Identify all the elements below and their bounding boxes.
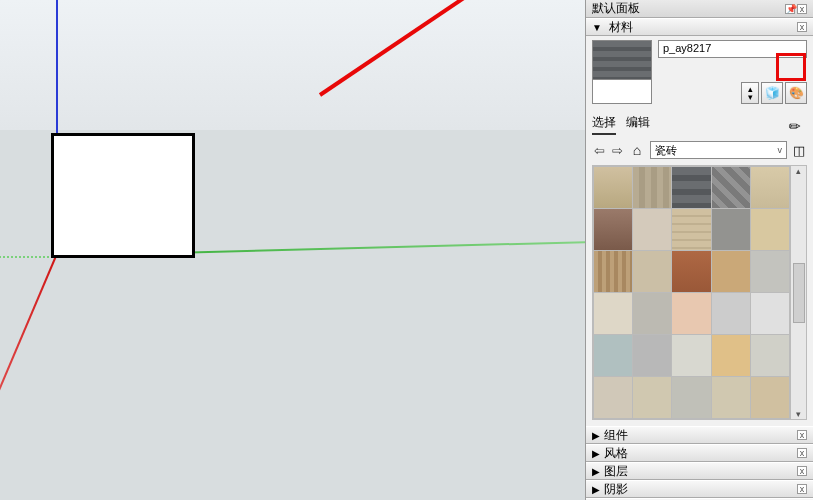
material-swatch[interactable] — [751, 167, 789, 208]
material-swatch[interactable] — [751, 377, 789, 418]
material-swatch[interactable] — [594, 377, 632, 418]
material-swatch[interactable] — [672, 209, 710, 250]
collapse-icon: ▶ — [592, 484, 600, 495]
nav-home-button[interactable]: ⌂ — [628, 142, 646, 158]
material-swatch[interactable] — [672, 293, 710, 334]
material-swatch[interactable] — [672, 167, 710, 208]
section-header-components[interactable]: ▶组件 x — [586, 426, 813, 444]
section-title: 组件 — [604, 428, 628, 442]
collapse-icon: ▶ — [592, 466, 600, 477]
section-close-icon[interactable]: x — [797, 466, 807, 476]
default-material-button[interactable]: 🎨 — [785, 82, 807, 104]
material-swatch[interactable] — [712, 167, 750, 208]
palette-icon: 🎨 — [789, 86, 804, 100]
material-swatch[interactable] — [751, 335, 789, 376]
material-swatch[interactable] — [712, 335, 750, 376]
material-swatch[interactable] — [633, 335, 671, 376]
section-close-icon[interactable]: x — [797, 484, 807, 494]
sky — [0, 0, 585, 130]
library-dropdown-label: 瓷砖 — [655, 143, 677, 158]
section-header-layers[interactable]: ▶图层 x — [586, 462, 813, 480]
tab-select[interactable]: 选择 — [592, 114, 616, 135]
create-material-button[interactable]: 🧊 — [761, 82, 783, 104]
scroll-thumb[interactable] — [793, 263, 805, 323]
section-header-styles[interactable]: ▶风格 x — [586, 444, 813, 462]
section-header-shadows[interactable]: ▶阴影 x — [586, 480, 813, 498]
material-name-input[interactable]: p_ay8217 — [658, 40, 807, 58]
material-swatch[interactable] — [633, 167, 671, 208]
cube-icon: 🧊 — [765, 86, 780, 100]
nav-forward-button[interactable]: ⇨ — [610, 143, 624, 158]
material-swatch[interactable] — [712, 251, 750, 292]
material-swatch[interactable] — [751, 251, 789, 292]
nav-back-button[interactable]: ⇦ — [592, 143, 606, 158]
material-swatch[interactable] — [633, 293, 671, 334]
swatch-scrollbar[interactable]: ▴ ▾ — [791, 165, 807, 420]
tray-title: 默认面板 — [592, 0, 640, 17]
material-swatch[interactable] — [594, 251, 632, 292]
section-header-materials[interactable]: ▼ 材料 x — [586, 18, 813, 36]
material-swatch[interactable] — [751, 209, 789, 250]
material-swatch-grid — [592, 165, 791, 420]
viewport-3d[interactable] — [0, 0, 585, 500]
tray-titlebar[interactable]: 默认面板 📌 x — [586, 0, 813, 18]
material-swatch[interactable] — [594, 209, 632, 250]
eyedropper-button[interactable]: ✎ — [785, 112, 810, 137]
material-swatch[interactable] — [751, 293, 789, 334]
material-swatch[interactable] — [594, 167, 632, 208]
material-swatch[interactable] — [594, 335, 632, 376]
model-face[interactable] — [51, 133, 195, 258]
material-swatch[interactable] — [672, 251, 710, 292]
material-swatch[interactable] — [712, 293, 750, 334]
tray-close-icon[interactable]: x — [797, 4, 807, 14]
collapse-icon: ▶ — [592, 448, 600, 459]
material-swatch[interactable] — [633, 209, 671, 250]
tab-edit[interactable]: 编辑 — [626, 114, 650, 135]
material-back-face — [593, 79, 651, 103]
section-title: 风格 — [604, 446, 628, 460]
scroll-up-icon[interactable]: ▴ — [796, 166, 801, 176]
default-tray-panel: 默认面板 📌 x ▼ 材料 x p_ay8217 ▴ ▾ — [585, 0, 813, 500]
material-swatch[interactable] — [712, 209, 750, 250]
section-close-icon[interactable]: x — [797, 448, 807, 458]
material-toggle-button[interactable]: ▴ ▾ — [741, 82, 759, 104]
material-front-face — [593, 41, 651, 79]
material-swatch[interactable] — [633, 251, 671, 292]
section-close-icon[interactable]: x — [797, 430, 807, 440]
section-title-materials: 材料 — [609, 20, 633, 34]
down-icon: ▾ — [748, 93, 753, 101]
scroll-down-icon[interactable]: ▾ — [796, 409, 801, 419]
collapse-icon: ▶ — [592, 430, 600, 441]
section-close-icon[interactable]: x — [797, 22, 807, 32]
material-swatch[interactable] — [672, 335, 710, 376]
material-swatch[interactable] — [594, 293, 632, 334]
chevron-down-icon: v — [778, 145, 783, 155]
material-swatch[interactable] — [672, 377, 710, 418]
expand-icon: ▼ — [592, 22, 602, 33]
library-dropdown[interactable]: 瓷砖 v — [650, 141, 787, 159]
material-swatch[interactable] — [712, 377, 750, 418]
section-title: 阴影 — [604, 482, 628, 496]
details-button[interactable]: ◫ — [791, 143, 807, 158]
section-title: 图层 — [604, 464, 628, 478]
material-swatch[interactable] — [633, 377, 671, 418]
tray-pin-icon[interactable]: 📌 — [785, 4, 795, 14]
materials-body: p_ay8217 ▴ ▾ 🧊 🎨 选择 编辑 — [586, 36, 813, 426]
current-material-thumbnail[interactable] — [592, 40, 652, 104]
